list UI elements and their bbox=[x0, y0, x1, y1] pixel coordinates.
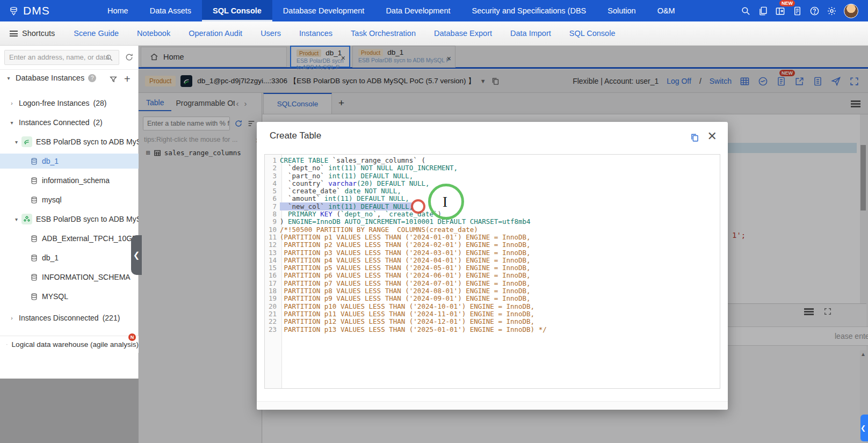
tree-count: (28) bbox=[93, 99, 107, 107]
gear-icon[interactable] bbox=[827, 6, 837, 16]
database-icon bbox=[30, 177, 38, 185]
tree-mysql-upper[interactable]: MYSQL bbox=[0, 289, 139, 304]
top-nav-item[interactable]: SQL Console bbox=[202, 0, 272, 21]
secondary-nav-link[interactable]: Operation Audit bbox=[179, 29, 251, 38]
tree-instances-disconnected[interactable]: › Instances Disconnected (221) bbox=[0, 310, 139, 325]
top-nav-actions: NEW bbox=[741, 4, 868, 18]
sql-code-line: 9) ENGINE=InnoDB AUTO_INCREMENT=1010001 … bbox=[265, 218, 720, 226]
top-nav-item[interactable]: Database Development bbox=[272, 0, 375, 21]
modal-footer bbox=[257, 401, 728, 410]
sidebar-refresh-icon[interactable] bbox=[125, 53, 134, 62]
top-nav-item[interactable]: Security and Specifications (DBS bbox=[461, 0, 597, 21]
add-instance-icon[interactable]: + bbox=[124, 73, 131, 85]
shortcuts-label: Shortcuts bbox=[22, 29, 55, 38]
sql-code-line: 21 PARTITION p11 VALUES LESS THAN ('2024… bbox=[265, 310, 720, 318]
sql-code-line: 3 `part_no` int(11) DEFAULT NULL, bbox=[265, 172, 720, 180]
sql-code-line: 7 `new_col` int(11) DEFAULT NULL, bbox=[265, 203, 720, 210]
sidebar-search-input[interactable]: Enter an address, name, or data bbox=[4, 50, 119, 65]
database-icon bbox=[30, 235, 38, 243]
dms-application: DMS HomeData AssetsSQL ConsoleDatabase D… bbox=[0, 0, 868, 443]
tree-information-schema-upper[interactable]: INFORMATION_SCHEMA bbox=[0, 270, 139, 285]
sql-code-line: 10/*!50500 PARTITION BY RANGE COLUMNS(cr… bbox=[265, 226, 720, 234]
filter-funnel-icon[interactable] bbox=[109, 75, 118, 84]
polardb-instance-icon bbox=[21, 136, 32, 147]
help-circle-icon[interactable]: ? bbox=[88, 74, 96, 82]
tree-label: Logon-free Instances bbox=[19, 99, 90, 107]
database-instances-header[interactable]: ▾ Database Instances ? bbox=[5, 74, 96, 82]
app-logo[interactable]: DMS bbox=[0, 4, 97, 17]
secondary-nav-link[interactable]: Task Orchestration bbox=[342, 29, 425, 38]
sql-code-line: 16 PARTITION p6 VALUES LESS THAN ('2024-… bbox=[265, 272, 720, 279]
sql-code-line: 18 PARTITION p8 VALUES LESS THAN ('2024-… bbox=[265, 287, 720, 295]
secondary-nav-link[interactable]: SQL Console bbox=[560, 29, 625, 38]
logical-data-warehouse-item[interactable]: Logical data warehouse (agile analysis) bbox=[0, 336, 139, 353]
help-icon[interactable] bbox=[809, 6, 820, 16]
secondary-nav-link[interactable]: Notebook bbox=[128, 29, 179, 38]
shortcuts-menu[interactable]: Shortcuts bbox=[0, 29, 64, 38]
tree-db-1[interactable]: db_1 bbox=[0, 250, 139, 265]
tree-db-1-selected[interactable]: db_1 bbox=[0, 154, 139, 169]
top-nav: DMS HomeData AssetsSQL ConsoleDatabase D… bbox=[0, 0, 868, 21]
sql-code-line: 5 `create_date` date NOT NULL, bbox=[265, 187, 720, 195]
database-icon bbox=[30, 254, 38, 262]
tree-instance-polardb[interactable]: ▾ ESB PolarDB sycn to ADB MySQL bbox=[0, 134, 139, 149]
console-new-icon[interactable]: NEW bbox=[775, 6, 785, 16]
tree-label: Instances Disconnected bbox=[19, 314, 99, 322]
docs-icon[interactable] bbox=[758, 6, 768, 16]
tree-label: ESB PolarDB sycn to ADB MySQL bbox=[36, 215, 139, 223]
chevron-down-icon: ▾ bbox=[5, 75, 12, 81]
tree-mysql[interactable]: mysql bbox=[0, 192, 139, 207]
tree-label: information_schema bbox=[42, 176, 110, 185]
secondary-nav-link[interactable]: Scene Guide bbox=[64, 29, 128, 38]
search-icon[interactable] bbox=[741, 6, 751, 16]
tree-label: ESB PolarDB sycn to ADB MySQL bbox=[36, 137, 139, 146]
sql-code-line: 22 PARTITION p12 VALUES LESS THAN ('2024… bbox=[265, 318, 720, 325]
sidebar-collapse-handle[interactable]: ❮ bbox=[131, 235, 142, 275]
billing-icon[interactable] bbox=[792, 6, 802, 16]
click-indicator-icon bbox=[411, 199, 425, 214]
database-icon bbox=[30, 293, 38, 301]
tree-information-schema[interactable]: information_schema bbox=[0, 173, 139, 188]
warehouse-label: Logical data warehouse (agile analysis) bbox=[12, 340, 139, 348]
dms-logo-icon bbox=[9, 6, 19, 16]
tree-label: db_1 bbox=[42, 253, 59, 262]
top-nav-item[interactable]: Solution bbox=[597, 0, 646, 21]
secondary-nav-links: Scene GuideNotebookOperation AuditUsersI… bbox=[64, 29, 624, 38]
tree-adb-external-tpch[interactable]: ADB_External_TPCH_10GB bbox=[0, 231, 139, 246]
tree-instances-connected[interactable]: ▾ Instances Connected (2) bbox=[0, 115, 139, 130]
sql-code-line: 4 `country` varchar(20) DEFAULT NULL, bbox=[265, 180, 720, 187]
sql-code-line: 1CREATE TABLE `sales_range_columns` ( bbox=[265, 157, 720, 164]
close-icon[interactable]: ✕ bbox=[707, 129, 717, 143]
sql-code-line: 12 PARTITION p2 VALUES LESS THAN ('2024-… bbox=[265, 241, 720, 249]
secondary-nav-link[interactable]: Users bbox=[251, 29, 290, 38]
copy-sql-icon[interactable] bbox=[690, 133, 700, 143]
sql-code-line: 8 PRIMARY KEY (`dept_no`, `create_date`) bbox=[265, 210, 720, 218]
user-avatar[interactable] bbox=[844, 4, 858, 18]
sql-code-line: 23 PARTITION p13 VALUES LESS THAN ('2025… bbox=[265, 326, 720, 333]
top-nav-item[interactable]: Data Development bbox=[375, 0, 461, 21]
top-nav-item[interactable]: Data Assets bbox=[139, 0, 202, 21]
tree-instance-adb[interactable]: ▾ ESB PolarDB sycn to ADB MySQL bbox=[0, 212, 139, 227]
database-icon bbox=[30, 157, 38, 165]
tree-label: mysql bbox=[42, 195, 62, 204]
panel-expand-corner-button[interactable]: ❮ bbox=[860, 415, 868, 441]
sql-code-editor[interactable]: 1CREATE TABLE `sales_range_columns` (2 `… bbox=[264, 154, 720, 389]
database-icon bbox=[30, 273, 38, 281]
instance-sidebar: Enter an address, name, or data ▾ Databa… bbox=[0, 46, 139, 379]
brand-text: DMS bbox=[23, 4, 50, 17]
top-nav-item[interactable]: O&M bbox=[647, 0, 686, 21]
tree-label: MYSQL bbox=[42, 292, 68, 301]
top-nav-item[interactable]: Home bbox=[97, 0, 139, 21]
sidebar-search-icon[interactable] bbox=[105, 54, 113, 62]
modal-title: Create Table bbox=[270, 130, 321, 141]
chevron-right-icon: › bbox=[9, 100, 15, 106]
hamburger-icon bbox=[10, 31, 18, 37]
tree-logon-free-instances[interactable]: › Logon-free Instances (28) bbox=[0, 96, 139, 111]
secondary-nav-link[interactable]: Database Export bbox=[425, 29, 501, 38]
adb-instance-icon bbox=[21, 214, 32, 224]
secondary-nav-link[interactable]: Data Import bbox=[501, 29, 560, 38]
sql-code-line: 14 PARTITION p4 VALUES LESS THAN ('2024-… bbox=[265, 257, 720, 264]
section-title: Database Instances bbox=[16, 74, 84, 82]
chevron-down-icon: ▾ bbox=[15, 216, 18, 222]
secondary-nav-link[interactable]: Instances bbox=[290, 29, 342, 38]
